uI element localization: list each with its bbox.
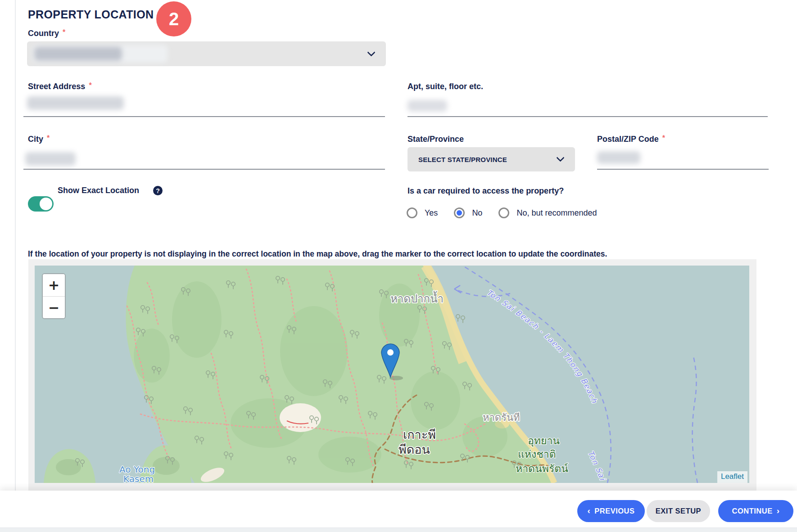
map-zoom-control: + − (42, 273, 66, 319)
apt-label: Apt, suite, floor etc. (408, 82, 483, 91)
panel-left-divider (15, 0, 16, 491)
map-container: หาดปากน้ำ Ton Sai Beach - Laem Thong Bea… (28, 259, 756, 491)
map-instruction-text: If the location of your property is not … (28, 249, 730, 259)
property-location-page: PROPERTY LOCATION 2 Country* Street Addr… (0, 0, 797, 532)
marker-shadow (389, 376, 403, 380)
postal-input[interactable] (597, 169, 769, 170)
map[interactable]: หาดปากน้ำ Ton Sai Beach - Laem Thong Bea… (35, 266, 749, 483)
apt-input[interactable] (408, 116, 768, 117)
chevron-down-icon (556, 153, 564, 162)
map-tiles: หาดปากน้ำ Ton Sai Beach - Laem Thong Bea… (35, 266, 749, 483)
map-label-beach-top: หาดปากน้ำ (390, 291, 444, 305)
map-label-park-3: หาดนพรัตน์ (516, 463, 568, 474)
city-value-redacted (25, 152, 76, 166)
state-select-value: SELECT STATE/PROVINCE (418, 156, 507, 163)
state-label: State/Province (408, 135, 464, 144)
radio-yes[interactable] (407, 207, 417, 218)
apt-value-redacted (408, 100, 447, 112)
zoom-out-button[interactable]: − (43, 296, 65, 318)
street-address-label: Street Address* (28, 82, 92, 91)
leaflet-attribution-link[interactable]: Leaflet (717, 471, 747, 483)
postal-value-redacted (597, 151, 640, 164)
required-asterisk: * (89, 81, 91, 89)
radio-yes-label[interactable]: Yes (425, 208, 438, 218)
bottom-strip (0, 527, 797, 532)
map-label-park-1: อุทยาน (528, 435, 560, 447)
toggle-knob (40, 198, 52, 210)
continue-button[interactable]: CONTINUE › (718, 500, 793, 522)
radio-no[interactable] (454, 207, 465, 218)
required-asterisk: * (662, 134, 665, 142)
street-address-value-redacted (27, 96, 124, 110)
country-value-redacted (34, 47, 122, 61)
required-asterisk: * (47, 134, 50, 142)
previous-button[interactable]: ‹ PREVIOUS (577, 500, 645, 522)
page-title: PROPERTY LOCATION (28, 8, 154, 21)
zoom-in-button[interactable]: + (43, 274, 65, 296)
state-select[interactable]: SELECT STATE/PROVINCE (408, 147, 575, 171)
radio-no-but-recommended-label[interactable]: No, but recommended (516, 208, 597, 218)
street-address-input[interactable] (23, 116, 385, 117)
help-icon[interactable]: ? (153, 186, 163, 195)
map-label-bay-2: Kasem (123, 473, 154, 483)
chevron-left-icon: ‹ (587, 506, 590, 516)
chevron-down-icon (367, 48, 375, 56)
radio-no-label[interactable]: No (472, 208, 482, 218)
map-islet-shade (56, 459, 81, 475)
required-asterisk: * (63, 28, 65, 36)
step-badge: 2 (156, 1, 191, 36)
map-label-island-1: เกาะพี (403, 428, 436, 442)
chevron-right-icon: › (777, 506, 780, 516)
map-label-island-2: พีดอน (398, 442, 430, 456)
exit-setup-button[interactable]: EXIT SETUP (647, 500, 710, 522)
city-input[interactable] (23, 169, 385, 170)
show-exact-location-toggle[interactable] (28, 196, 54, 212)
city-label: City* (28, 135, 50, 144)
radio-no-but-recommended[interactable] (498, 207, 509, 218)
map-label-park-2: แห่งชาติ (518, 448, 556, 460)
postal-label: Postal/ZIP Code* (597, 135, 665, 144)
car-required-question: Is a car required to access the property… (408, 186, 564, 196)
map-label-beach-east: หาดรันที (483, 412, 520, 423)
car-required-radio-group: Yes No No, but recommended (407, 206, 613, 220)
country-label: Country* (28, 29, 65, 38)
footer-bar: ‹ PREVIOUS EXIT SETUP CONTINUE › (0, 491, 797, 527)
show-exact-location-label: Show Exact Location (58, 186, 139, 195)
country-select[interactable] (27, 41, 386, 66)
